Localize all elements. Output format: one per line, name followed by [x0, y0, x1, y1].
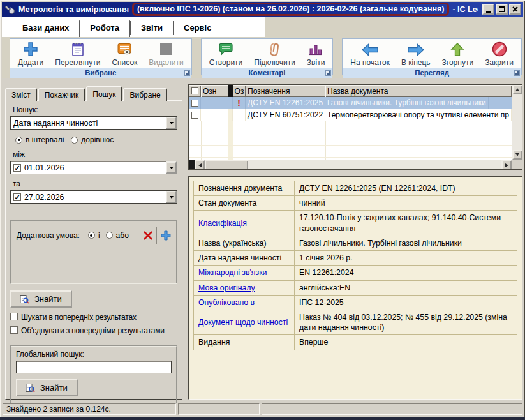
- detail-label: Стан документа: [194, 196, 295, 211]
- scroll-down-button[interactable]: [512, 150, 522, 160]
- detail-value: Газові лічильники. Турбінні газові лічил…: [295, 236, 517, 250]
- details-row: Документ щодо чинності Наказ № 404 від 0…: [194, 310, 517, 334]
- alert-flag-icon: !: [237, 98, 240, 108]
- ribbon-tab-strip: Бази даних Робота Звіти Сервіс: [2, 17, 523, 37]
- search-label: Пошук:: [13, 105, 177, 114]
- merge-previous-label: Об'єднувати з попередніми результатами: [21, 326, 165, 335]
- go-last-button[interactable]: В кінець: [396, 40, 436, 68]
- reports-button[interactable]: Звіти: [301, 40, 331, 68]
- scrollbar-corner: [512, 160, 522, 169]
- global-search-label: Глобальний пошук:: [16, 350, 172, 359]
- maximize-button[interactable]: [496, 4, 508, 15]
- dialog-launcher-icon[interactable]: [184, 70, 190, 76]
- attach-button[interactable]: Підключити: [248, 40, 301, 68]
- add-button[interactable]: Додати: [12, 40, 49, 68]
- close-button[interactable]: [509, 4, 521, 15]
- combo-dropdown-button[interactable]: [166, 191, 177, 203]
- close-icon: [512, 6, 518, 12]
- ribbon-tab-service[interactable]: Сервіс: [173, 21, 221, 35]
- tab-contents[interactable]: Зміст: [5, 88, 37, 101]
- tab-search[interactable]: Пошук: [86, 86, 122, 101]
- small-plus-icon: [160, 230, 172, 241]
- tab-favorites[interactable]: Вибране: [123, 88, 166, 101]
- app-icon: [4, 4, 16, 15]
- triangle-right-icon: [505, 163, 508, 167]
- scroll-up-button[interactable]: [512, 85, 522, 94]
- details-row: Опубліковано в ІПС 12-2025: [194, 295, 517, 310]
- title-highlight: (включно ІПС 1-2026) (станом на 26.02.20…: [132, 3, 450, 16]
- table-row[interactable]: ДСТУ EN 60751:2022 (EN Термоперетворювач…: [189, 109, 512, 121]
- details-row: Міжнародні зв'язки EN 12261:2024: [194, 266, 517, 280]
- close-db-button[interactable]: Закрити: [479, 40, 519, 68]
- search-previous-checkbox[interactable]: [10, 313, 18, 320]
- document-details-panel: Позначення документа ДСТУ EN 12261:2025 …: [188, 176, 522, 400]
- date-to-checkbox[interactable]: ✓: [13, 193, 21, 201]
- bar-chart-icon: [307, 40, 324, 57]
- dialog-launcher-icon[interactable]: [325, 70, 331, 76]
- global-search-input[interactable]: [16, 361, 172, 373]
- merge-previous-checkbox[interactable]: [10, 326, 18, 334]
- checkbox-icon: [191, 87, 198, 94]
- scroll-split-grip[interactable]: [189, 160, 195, 170]
- delete-button[interactable]: Видалити: [143, 40, 189, 68]
- international-links-link[interactable]: Міжнародні зв'язки: [198, 268, 267, 277]
- row-designation: ДСТУ EN 60751:2022 (EN: [246, 109, 325, 121]
- date-from-combobox[interactable]: ✓01.01.2026: [10, 161, 177, 174]
- paperclip-icon: [267, 40, 283, 57]
- radio-or[interactable]: [106, 232, 113, 239]
- remove-condition-button[interactable]: [140, 226, 156, 244]
- radio-interval[interactable]: [15, 137, 22, 144]
- scrollbar-thumb[interactable]: [205, 160, 248, 170]
- status-message: Знайдено 2 записи за 0.124с.: [3, 403, 176, 415]
- column-mark2[interactable]: Оз: [233, 85, 246, 97]
- horizontal-scrollbar[interactable]: [189, 160, 512, 169]
- date-from-checkbox[interactable]: ✓: [13, 164, 21, 172]
- minimize-button[interactable]: [482, 4, 494, 15]
- ribbon: Додати Переглянути: [2, 37, 523, 78]
- list-button[interactable]: Список: [106, 40, 143, 68]
- create-comment-button[interactable]: Створити: [203, 40, 249, 68]
- details-row: Видання Вперше: [194, 335, 517, 350]
- dialog-launcher-icon[interactable]: [514, 70, 520, 76]
- validity-document-link[interactable]: Документ щодо чинності: [198, 318, 288, 327]
- column-name[interactable]: Назва документа: [325, 85, 512, 97]
- column-separator[interactable]: [228, 85, 233, 97]
- horizontal-splitter[interactable]: [188, 170, 522, 176]
- radio-and[interactable]: [88, 232, 95, 239]
- detail-value: 17.120.10-Потік у закритих каналах; 91.1…: [295, 211, 517, 236]
- combo-dropdown-button[interactable]: [166, 161, 177, 174]
- classification-link[interactable]: Класифікація: [198, 219, 247, 228]
- header-checkbox[interactable]: [189, 85, 201, 97]
- chevron-down-icon: [170, 167, 174, 169]
- column-designation[interactable]: Позначення: [246, 85, 325, 97]
- date-to-combobox[interactable]: ✓27.02.2026: [10, 190, 177, 204]
- arrow-right-icon: [406, 40, 425, 57]
- published-in-link[interactable]: Опубліковано в: [198, 298, 255, 307]
- search-field-combobox[interactable]: Дата надання чинності: [10, 116, 177, 130]
- add-condition-button[interactable]: [158, 226, 174, 244]
- row-designation: ДСТУ EN 12261:2025 (EN: [246, 97, 325, 109]
- global-find-button[interactable]: Знайти: [16, 379, 78, 396]
- find-button[interactable]: Знайти: [10, 290, 72, 308]
- column-mark[interactable]: Озн: [201, 85, 228, 97]
- details-row: Назва (українська) Газові лічильники. Ту…: [194, 236, 517, 250]
- notepad-icon: [70, 40, 86, 57]
- combo-dropdown-button[interactable]: [166, 117, 177, 129]
- go-first-button[interactable]: На початок: [344, 40, 396, 68]
- arrow-up-icon: [450, 40, 465, 57]
- view-button[interactable]: Переглянути: [49, 40, 106, 68]
- row-checkbox[interactable]: [191, 112, 198, 119]
- ribbon-tab-databases[interactable]: Бази даних: [12, 21, 79, 35]
- tab-index[interactable]: Покажчик: [38, 88, 85, 101]
- collapse-button[interactable]: Згорнути: [436, 40, 480, 68]
- ribbon-tab-reports[interactable]: Звіти: [130, 21, 173, 35]
- scroll-right-button[interactable]: [501, 160, 512, 170]
- details-row: Стан документа чинний: [194, 196, 517, 211]
- scroll-left-button[interactable]: [195, 160, 205, 170]
- table-row[interactable]: ! ДСТУ EN 12261:2025 (EN Газові лічильни…: [189, 97, 512, 109]
- original-language-link[interactable]: Мова оригіналу: [198, 283, 255, 292]
- vertical-scrollbar[interactable]: [512, 85, 522, 160]
- ribbon-tab-work[interactable]: Робота: [79, 20, 130, 37]
- row-checkbox[interactable]: [191, 100, 198, 107]
- radio-equal[interactable]: [71, 137, 78, 144]
